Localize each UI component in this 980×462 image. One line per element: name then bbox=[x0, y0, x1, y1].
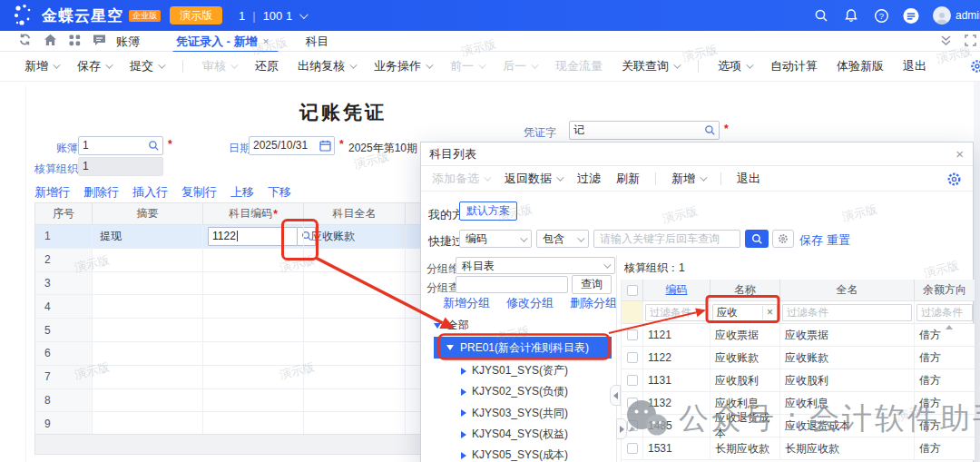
account-row[interactable]: 1131应收股利应收股利借方 bbox=[622, 369, 975, 392]
voucher-word-field[interactable]: 记 bbox=[569, 121, 720, 140]
toolbar-new-button[interactable]: 新增 bbox=[24, 58, 58, 74]
account-name-cell[interactable]: 应收账款 bbox=[303, 225, 405, 248]
grid-row[interactable]: 2 bbox=[35, 249, 424, 272]
summary-cell[interactable] bbox=[92, 412, 202, 435]
account-code-cell[interactable]: 1122 bbox=[202, 225, 303, 248]
col-header-fullname[interactable]: 全名 bbox=[779, 280, 914, 300]
dialog-toolbar-exit-button[interactable]: 退出 bbox=[737, 171, 760, 187]
toolbar-try-new-version-button[interactable]: 体验新版 bbox=[837, 58, 884, 74]
add-group-link[interactable]: 新增分组 bbox=[443, 295, 490, 311]
tree-collapse-icon[interactable] bbox=[461, 409, 466, 417]
grid-row[interactable]: 5 bbox=[35, 319, 424, 342]
collapse-tabs-icon[interactable] bbox=[940, 34, 952, 50]
tab-account[interactable]: 科目 bbox=[306, 34, 329, 50]
row-checkbox[interactable] bbox=[622, 324, 642, 346]
grid-row[interactable]: 1提现1122应收账款 bbox=[35, 225, 424, 249]
tree-expand-icon[interactable] bbox=[434, 323, 441, 329]
tab-ledger-book[interactable]: 账簿 bbox=[116, 34, 140, 50]
calendar-icon[interactable] bbox=[319, 140, 331, 157]
filter-field-select[interactable]: 编码 bbox=[459, 230, 532, 248]
keyword-input[interactable]: 请输入关键字后回车查询 bbox=[593, 230, 740, 248]
toolbar-restore-button[interactable]: 还原 bbox=[255, 58, 279, 74]
move-down-link[interactable]: 下移 bbox=[268, 184, 291, 201]
clear-filter-icon[interactable]: × bbox=[762, 306, 773, 319]
account-code[interactable]: 1531 bbox=[642, 437, 710, 459]
scroll-up-icon[interactable] bbox=[946, 325, 953, 329]
account-row[interactable]: 1531长期应收款长期应收款借方 bbox=[622, 437, 975, 460]
dialog-toolbar-filter-button[interactable]: 过滤 bbox=[577, 171, 601, 187]
account-code-cell[interactable] bbox=[202, 389, 303, 412]
toolbar-save-button[interactable]: 保存 bbox=[77, 58, 111, 74]
filter-operator-select[interactable]: 包含 bbox=[536, 230, 589, 248]
account-code-input[interactable]: 1122 bbox=[208, 227, 298, 246]
notification-bell-icon[interactable] bbox=[843, 7, 859, 24]
account-name-cell[interactable] bbox=[303, 295, 405, 318]
account-code-cell[interactable] bbox=[202, 412, 303, 435]
tree-selected-node[interactable]: PRE01(新会计准则科目表) bbox=[434, 337, 612, 359]
help-icon[interactable]: ? bbox=[873, 7, 889, 24]
home-icon[interactable] bbox=[44, 34, 57, 50]
tree-root-node[interactable]: 全部 bbox=[434, 318, 469, 333]
lookup-icon[interactable] bbox=[148, 140, 160, 157]
col-header-direction[interactable]: 余额方向 bbox=[914, 280, 975, 300]
account-row[interactable]: 1132应收利息应收利息借方 bbox=[622, 392, 975, 415]
account-name-cell[interactable] bbox=[303, 412, 405, 435]
account-code-cell[interactable] bbox=[202, 272, 303, 295]
toolbar-related-query-button[interactable]: 关联查询 bbox=[622, 58, 679, 74]
tree-child-node[interactable]: KJYS02_SYS(负债) bbox=[461, 381, 568, 402]
row-checkbox[interactable] bbox=[622, 347, 642, 369]
account-name-cell[interactable] bbox=[303, 319, 405, 341]
account-code-cell[interactable] bbox=[202, 295, 303, 318]
group-dimension-select[interactable]: 科目表 bbox=[456, 257, 615, 274]
org-account-switcher[interactable]: 1 | 100 1 bbox=[239, 9, 306, 23]
row-checkbox[interactable] bbox=[622, 437, 642, 459]
save-filter-link[interactable]: 保存 bbox=[799, 232, 823, 249]
add-row-link[interactable]: 新增行 bbox=[34, 184, 70, 201]
delete-row-link[interactable]: 删除行 bbox=[83, 184, 119, 201]
tree-collapse-icon[interactable] bbox=[461, 431, 466, 438]
summary-cell[interactable] bbox=[92, 319, 202, 341]
account-code[interactable]: 1121 bbox=[642, 324, 710, 346]
account-name-cell[interactable] bbox=[303, 342, 405, 365]
toolbar-settings-gear-icon[interactable] bbox=[970, 59, 980, 74]
group-search-input[interactable] bbox=[456, 276, 568, 293]
close-icon[interactable]: × bbox=[956, 146, 964, 162]
date-field[interactable]: 2025/10/31 bbox=[249, 136, 335, 155]
account-code[interactable]: 1132 bbox=[642, 392, 710, 414]
demo-version-badge[interactable]: 演示版 bbox=[170, 6, 222, 25]
account-code-editor[interactable]: 1122 bbox=[208, 227, 316, 246]
message-icon[interactable] bbox=[93, 34, 106, 50]
tree-expand-icon[interactable] bbox=[446, 345, 454, 350]
account-row[interactable]: 1122应收账款应收账款借方 bbox=[622, 347, 975, 369]
tree-child-node[interactable]: KJYS05_SYS(成本) bbox=[461, 445, 568, 462]
tree-child-node[interactable]: KJYS04_SYS(权益) bbox=[461, 424, 568, 445]
grid-row[interactable]: 4 bbox=[35, 295, 424, 319]
account-code-cell[interactable] bbox=[202, 319, 303, 341]
close-tab-icon[interactable]: × bbox=[263, 35, 270, 48]
fullname-filter-input[interactable]: 过滤条件 bbox=[782, 304, 912, 321]
summary-cell[interactable] bbox=[92, 272, 202, 295]
reset-filter-link[interactable]: 重置 bbox=[827, 232, 850, 249]
search-icon[interactable] bbox=[813, 7, 829, 24]
code-filter-input[interactable]: 过滤条件 bbox=[645, 304, 708, 321]
search-button[interactable] bbox=[745, 230, 769, 248]
expand-window-icon[interactable] bbox=[965, 34, 976, 50]
account-code[interactable]: 1122 bbox=[642, 347, 710, 369]
account-code-cell[interactable] bbox=[202, 342, 303, 365]
move-up-link[interactable]: 上移 bbox=[230, 184, 254, 201]
tree-collapse-icon[interactable] bbox=[461, 452, 466, 459]
filter-settings-button[interactable] bbox=[772, 230, 794, 248]
dialog-toolbar-new-button[interactable]: 新增 bbox=[671, 171, 705, 187]
summary-cell[interactable] bbox=[92, 389, 202, 412]
sync-icon[interactable] bbox=[18, 33, 32, 50]
menu-circle-icon[interactable] bbox=[903, 7, 919, 24]
apps-grid-icon[interactable] bbox=[69, 34, 81, 50]
toolbar-exit-button[interactable]: 退出 bbox=[903, 58, 926, 74]
summary-cell[interactable] bbox=[92, 342, 202, 365]
direction-filter-input[interactable]: 过滤条件 bbox=[916, 304, 973, 321]
toolbar-options-button[interactable]: 选项 bbox=[718, 58, 751, 74]
account-name-cell[interactable] bbox=[303, 272, 405, 295]
account-code[interactable]: 1485 bbox=[642, 415, 710, 437]
account-name-cell[interactable] bbox=[303, 389, 405, 412]
summary-cell[interactable]: 提现 bbox=[92, 225, 202, 248]
